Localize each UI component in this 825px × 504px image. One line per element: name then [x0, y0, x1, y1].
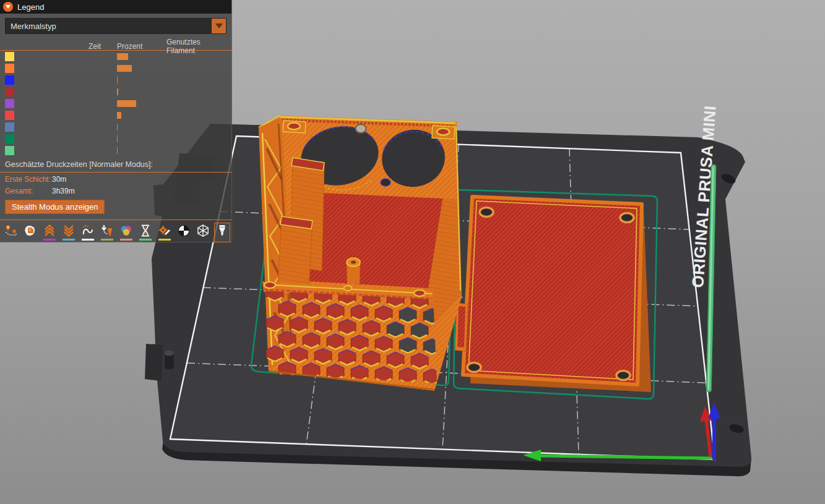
retractions-icon[interactable] — [41, 223, 58, 242]
percent-bar — [117, 124, 118, 130]
legend-row — [0, 145, 231, 156]
feature-color-swatch — [5, 75, 14, 85]
percent-bar — [117, 77, 118, 83]
legend-titlebar[interactable]: Legend — [0, 0, 231, 14]
legend-table-header: Zeit Prozent Genutztes Filament — [0, 38, 231, 49]
tool-changes-icon[interactable] — [99, 223, 115, 242]
percent-bar — [117, 147, 118, 154]
legend-row — [0, 133, 231, 145]
total-time-row: Gesamt: 3h39m — [0, 184, 231, 196]
header-filament: Genutztes Filament — [166, 38, 231, 55]
percent-bar — [117, 100, 136, 107]
deretractions-icon[interactable] — [61, 223, 77, 242]
percent-bar — [117, 88, 118, 95]
seams-icon[interactable] — [80, 223, 96, 242]
shells-icon[interactable] — [195, 223, 211, 242]
wipe-moves-icon[interactable] — [22, 223, 38, 242]
header-time: Zeit — [89, 42, 117, 51]
model-lid[interactable] — [455, 197, 651, 392]
total-value: 3h39m — [52, 187, 75, 195]
legend-panel: Legend Merkmalstyp Zeit Prozent Genutzte… — [0, 0, 232, 242]
legend-toolbar — [0, 223, 231, 242]
feature-color-swatch — [5, 52, 14, 61]
model-enclosure[interactable] — [259, 116, 462, 391]
legend-row — [0, 62, 231, 74]
legend-row — [0, 98, 231, 109]
legend-row — [0, 109, 231, 121]
legend-row — [0, 86, 231, 98]
legend-title: Legend — [17, 2, 44, 12]
legend-table — [0, 51, 231, 156]
percent-bar — [117, 53, 128, 60]
view-type-value: Merkmalstyp — [6, 22, 212, 31]
feature-color-swatch — [5, 146, 14, 155]
bed-tab — [145, 344, 163, 381]
feature-color-swatch — [5, 64, 14, 73]
first-layer-row: Erste Schicht: 30m — [0, 173, 231, 184]
percent-bar — [117, 65, 132, 72]
feature-color-swatch — [5, 87, 14, 96]
feature-color-swatch — [5, 111, 14, 120]
travel-moves-icon[interactable] — [3, 223, 19, 242]
first-layer-value: 30m — [52, 175, 66, 184]
feature-color-swatch — [5, 99, 14, 108]
color-changes-icon[interactable] — [118, 223, 134, 242]
percent-bar — [117, 112, 121, 119]
feature-color-swatch — [5, 122, 14, 132]
dropdown-arrow-icon[interactable] — [212, 19, 226, 33]
stealth-mode-button[interactable]: Stealth Modus anzeigen — [5, 200, 105, 214]
collapse-arrow-icon[interactable] — [3, 2, 13, 12]
center-of-gravity-icon[interactable] — [176, 223, 192, 242]
legend-row — [0, 74, 231, 86]
feature-color-swatch — [5, 134, 14, 143]
view-type-dropdown[interactable]: Merkmalstyp — [5, 18, 227, 34]
print-pauses-icon[interactable] — [137, 223, 153, 242]
total-label: Gesamt: — [5, 187, 52, 195]
tool-marker-icon[interactable] — [214, 223, 230, 242]
custom-gcode-icon[interactable] — [157, 223, 173, 242]
estimates-heading: Geschätzte Druckzeiten [Normaler Modus]: — [0, 156, 231, 171]
first-layer-label: Erste Schicht: — [5, 175, 52, 184]
legend-row — [0, 121, 231, 133]
header-percent: Prozent — [117, 42, 166, 51]
percent-bar — [117, 135, 118, 142]
